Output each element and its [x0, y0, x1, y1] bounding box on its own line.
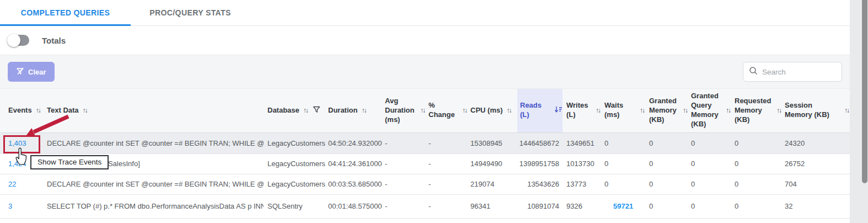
completed-queries-panel: COMPLETED QUERIES PROC/QUERY STATS Total…	[0, 0, 868, 223]
table-row[interactable]: 1,403 DECLARE @counter int SET @counter …	[0, 132, 850, 153]
cell-requested-memory: 0	[731, 194, 782, 218]
col-header-waits[interactable]: Waits (ms)↑↓	[601, 89, 645, 132]
sort-icon[interactable]: ↑↓	[420, 107, 426, 114]
vertical-scrollbar-track[interactable]	[850, 0, 868, 223]
cell-duration: 00:03:53.6850000	[325, 174, 382, 194]
cell-database: LegacyCustomers	[264, 153, 325, 174]
tab-bar: COMPLETED QUERIES PROC/QUERY STATS	[0, 0, 850, 26]
cell-granted-query-memory: 0	[688, 194, 731, 218]
sort-icon[interactable]: ↑↓	[507, 107, 512, 114]
sort-icon[interactable]: ↑↓	[303, 107, 309, 114]
totals-label: Totals	[42, 36, 66, 45]
cell-duration: 04:41:24.3610000	[325, 153, 382, 174]
col-header-granted-query-memory[interactable]: Granted Query Memory (KB)↑↓	[688, 89, 731, 132]
cell-reads: 1398951758	[517, 153, 562, 174]
sort-desc-icon[interactable]	[554, 106, 562, 115]
clear-button-label: Clear	[28, 68, 46, 76]
tab-completed-queries[interactable]: COMPLETED QUERIES	[0, 0, 131, 25]
cell-waits-link[interactable]: 59721	[601, 194, 645, 218]
col-header-reads[interactable]: Reads (L)	[517, 89, 562, 132]
vertical-scrollbar-thumb[interactable]	[862, 0, 867, 183]
cell-granted-memory: 0	[645, 174, 688, 194]
cell-reads: 13543626	[517, 174, 562, 194]
cell-session-memory: 24320	[782, 132, 850, 153]
toggle-knob	[7, 34, 20, 47]
completed-queries-table: Events↑↓ Text Data↑↓ Database↑↓ Duration…	[0, 89, 850, 219]
col-header-pct-change[interactable]: % Change↑↓	[426, 89, 468, 132]
sort-icon[interactable]: ↑↓	[726, 107, 731, 114]
cell-granted-query-memory: 0	[688, 153, 731, 174]
cell-duration: 00:01:48.5750000	[325, 194, 382, 218]
filter-icon[interactable]	[313, 106, 320, 115]
cell-writes: 1013730	[562, 153, 601, 174]
toolbar: Clear	[0, 55, 850, 89]
filter-clear-icon	[16, 67, 24, 77]
cell-waits: 0	[601, 174, 645, 194]
col-header-cpu[interactable]: CPU (ms)↑↓	[468, 89, 517, 132]
totals-row: Totals	[0, 26, 850, 55]
annotation-arrow	[23, 113, 73, 138]
cell-cpu: 96341	[468, 194, 517, 218]
col-header-text-data[interactable]: Text Data↑↓	[47, 89, 264, 132]
cell-session-memory: 26752	[782, 153, 850, 174]
cell-events-link[interactable]: 3	[0, 194, 47, 218]
cell-database: LegacyCustomers	[264, 132, 325, 153]
cell-session-memory: 704	[782, 174, 850, 194]
cell-session-memory: 32	[782, 194, 850, 218]
sort-icon[interactable]: ↑↓	[683, 107, 688, 114]
cell-text-data: DECLARE @counter int SET @counter =# BEG…	[47, 174, 264, 194]
table-row[interactable]: 3 SELECT TOP (#) p.* FROM dbo.Performanc…	[0, 194, 850, 218]
cell-reads: 1446458672	[517, 132, 562, 153]
cell-avg-duration: -	[382, 132, 426, 153]
cell-requested-memory: 0	[731, 153, 782, 174]
col-header-writes[interactable]: Writes (L)↑↓	[562, 89, 601, 132]
cell-avg-duration: -	[382, 153, 426, 174]
cell-database: LegacyCustomers	[264, 174, 325, 194]
col-header-requested-memory[interactable]: Requested Memory (KB)↑↓	[731, 89, 782, 132]
col-header-session-memory[interactable]: Session Memory (KB)↑↓	[782, 89, 850, 132]
cursor-pointer-icon	[14, 147, 29, 166]
sort-icon[interactable]: ↑↓	[462, 107, 468, 114]
table-header: Events↑↓ Text Data↑↓ Database↑↓ Duration…	[0, 89, 850, 132]
sort-icon[interactable]: ↑↓	[776, 107, 782, 114]
cell-waits: 0	[601, 132, 645, 153]
cell-writes: 1349651	[562, 132, 601, 153]
search-icon	[749, 66, 758, 77]
cell-reads: 10891074	[517, 194, 562, 218]
cell-granted-memory: 0	[645, 132, 688, 153]
search-input[interactable]	[762, 68, 836, 76]
cell-database: SQLSentry	[264, 194, 325, 218]
col-header-duration[interactable]: Duration↑↓	[325, 89, 382, 132]
cell-cpu: 15308945	[468, 132, 517, 153]
sort-icon[interactable]: ↑↓	[83, 107, 88, 114]
sort-icon[interactable]: ↑↓	[844, 107, 850, 114]
tab-proc-query-stats[interactable]: PROC/QUERY STATS	[131, 0, 250, 25]
cell-writes: 13773	[562, 174, 601, 194]
cell-writes: 9326	[562, 194, 601, 218]
search-box	[743, 62, 842, 82]
clear-filter-button[interactable]: Clear	[8, 62, 55, 82]
cell-pct-change: -	[426, 132, 468, 153]
cell-requested-memory: 0	[731, 132, 782, 153]
sort-icon[interactable]: ↑↓	[596, 107, 601, 114]
col-header-granted-memory[interactable]: Granted Memory (KB)↑↓	[645, 89, 688, 132]
cell-cpu: 14949490	[468, 153, 517, 174]
cell-duration: 04:50:24.9320000	[325, 132, 382, 153]
cell-requested-memory: 0	[731, 174, 782, 194]
tab-label: COMPLETED QUERIES	[21, 8, 110, 17]
table-row[interactable]: 22 DECLARE @counter int SET @counter =# …	[0, 174, 850, 194]
cell-pct-change: -	[426, 174, 468, 194]
cell-avg-duration: -	[382, 174, 426, 194]
cell-granted-query-memory: 0	[688, 132, 731, 153]
col-header-avg-duration[interactable]: Avg Duration (ms)↑↓	[382, 89, 426, 132]
sort-icon[interactable]: ↑↓	[640, 107, 645, 114]
totals-toggle[interactable]	[8, 35, 29, 46]
cell-granted-memory: 0	[645, 194, 688, 218]
cell-events-link[interactable]: 22	[0, 174, 47, 194]
cell-cpu: 219074	[468, 174, 517, 194]
col-header-database[interactable]: Database↑↓	[264, 89, 325, 132]
table-row[interactable]: 1,424 rtSalesInfo] LegacyCustomers 04:41…	[0, 153, 850, 174]
sort-icon[interactable]: ↑↓	[361, 107, 367, 114]
cell-granted-memory: 0	[645, 153, 688, 174]
cell-avg-duration: -	[382, 194, 426, 218]
